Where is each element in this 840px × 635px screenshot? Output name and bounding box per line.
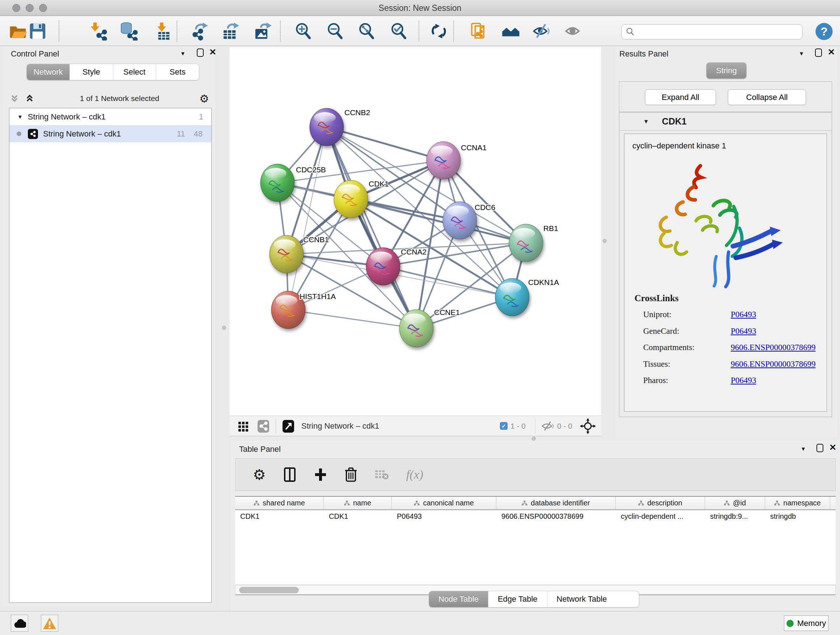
network-node-CCNE1[interactable]	[399, 310, 433, 347]
tab-node-table[interactable]: Node Table	[429, 591, 488, 607]
column-header-namespace[interactable]: namespace	[765, 497, 830, 509]
zoom-in-icon	[294, 22, 313, 41]
network-node-CCNA1[interactable]	[426, 141, 461, 179]
open-session-button[interactable]	[8, 21, 28, 42]
network-options-gear-icon[interactable]: ⚙	[199, 92, 209, 105]
control-panel-collapse-icon[interactable]: ▼	[180, 50, 186, 57]
network-collection-row[interactable]: ▼ String Network – cdk1 1	[9, 108, 211, 125]
help-button[interactable]: ?	[815, 22, 834, 41]
zoom-in-button[interactable]	[293, 21, 313, 42]
grid-view-icon[interactable]	[237, 420, 249, 432]
column-type-icon	[638, 500, 644, 506]
import-network-from-database-button[interactable]	[118, 21, 139, 42]
tab-string[interactable]: String	[706, 63, 746, 79]
tab-style[interactable]: Style	[70, 64, 113, 80]
export-network-button[interactable]	[189, 21, 210, 42]
network-label: String Network – cdk1	[43, 129, 121, 139]
selected-indicator-checkbox[interactable]: ✓	[500, 422, 508, 430]
hide-graphics-details-button[interactable]	[531, 21, 552, 42]
table-row[interactable]: CDK1CDK1P064939606.ENSP00000378699cyclin…	[235, 510, 836, 524]
tab-select[interactable]: Select	[113, 64, 156, 80]
zoom-out-button[interactable]	[325, 21, 345, 42]
export-table-button[interactable]	[220, 21, 240, 42]
column-header-shared-name[interactable]: shared name	[235, 497, 324, 509]
cloud-status-button[interactable]	[11, 615, 28, 632]
crosslink-link[interactable]: P06493	[731, 326, 756, 336]
clone-network-view-button[interactable]	[469, 21, 489, 42]
scrollbar-thumb[interactable]	[239, 587, 299, 593]
network-icon	[28, 129, 38, 139]
node-section-header[interactable]: ▼ CDK1	[619, 112, 832, 131]
expand-all-networks-icon[interactable]	[9, 93, 19, 104]
bottom-splitter-grip[interactable]	[532, 437, 536, 440]
import-network-icon	[88, 22, 107, 41]
warnings-button[interactable]	[41, 615, 58, 632]
node-label-CCNB1: CCNB1	[303, 235, 329, 244]
crosslink-link[interactable]: 9606.ENSP00000378699	[731, 343, 816, 352]
network-node-CDC6[interactable]	[443, 202, 477, 239]
statusbar-separator	[276, 419, 276, 433]
crosslink-label: GeneCard:	[643, 326, 679, 336]
fit-content-button[interactable]	[356, 21, 377, 42]
control-panel-float-icon[interactable]	[197, 49, 204, 57]
refresh-view-button[interactable]	[429, 21, 449, 42]
table-options-gear-icon[interactable]: ⚙	[253, 466, 266, 483]
node-section-expand-icon[interactable]: ▼	[643, 119, 649, 125]
tab-edge-table[interactable]: Edge Table	[488, 591, 547, 607]
crosslink-link[interactable]: P06493	[731, 310, 756, 319]
show-columns-icon[interactable]	[283, 467, 296, 483]
collection-expand-icon[interactable]: ▼	[17, 114, 23, 120]
table-panel-float-icon[interactable]	[816, 444, 823, 452]
birds-eye-view-icon[interactable]	[579, 418, 596, 434]
column-header-@id[interactable]: @id	[705, 497, 765, 509]
table-panel-collapse-icon[interactable]: ▼	[801, 446, 806, 452]
detach-view-icon[interactable]	[282, 419, 295, 433]
table-panel-close-icon[interactable]: ✕	[829, 443, 836, 451]
hidden-eye-icon[interactable]	[541, 421, 554, 431]
delete-column-trash-icon[interactable]	[345, 467, 357, 482]
expand-all-button[interactable]: Expand All	[645, 89, 716, 105]
collapse-all-button[interactable]: Collapse All	[728, 89, 806, 105]
graphics-details-disabled-button[interactable]	[564, 21, 584, 42]
export-image-button[interactable]	[253, 21, 273, 42]
network-node-RB1[interactable]	[509, 224, 543, 262]
save-session-button[interactable]	[27, 21, 48, 42]
tab-network[interactable]: Network	[27, 64, 70, 80]
results-panel-float-icon[interactable]	[815, 49, 822, 57]
network-node-CCNB1[interactable]	[270, 235, 303, 273]
crosslink-link[interactable]: P06493	[731, 376, 756, 385]
crosslink-row: Pharos:P06493	[643, 376, 668, 385]
results-panel-close-icon[interactable]: ✕	[828, 48, 835, 56]
control-panel-tabs: NetworkStyleSelectSets	[27, 64, 199, 80]
network-canvas[interactable]: CCNB2CCNA1CDC25BCDK1CDC6RB1CCNB1CCNA2CDK…	[229, 47, 601, 416]
memory-button[interactable]: Memory	[784, 616, 829, 631]
column-header-database-identifier[interactable]: database identifier	[496, 497, 616, 509]
control-panel-close-icon[interactable]: ✕	[209, 48, 216, 56]
column-header-name[interactable]: name	[324, 497, 392, 509]
collapse-all-networks-icon[interactable]	[25, 93, 35, 104]
network-node-CDKN1A[interactable]	[495, 279, 529, 316]
table-cell: stringdb:9...	[705, 510, 765, 524]
import-table-from-file-button[interactable]	[152, 21, 172, 42]
tab-sets[interactable]: Sets	[156, 64, 199, 80]
column-header-description[interactable]: description	[616, 497, 705, 509]
tab-network-table[interactable]: Network Table	[547, 591, 616, 607]
network-node-CDK1[interactable]	[334, 180, 368, 218]
crosslink-link[interactable]: 9606.ENSP00000378699	[731, 359, 816, 369]
create-column-icon[interactable]	[314, 467, 327, 482]
zoom-selected-button[interactable]	[388, 21, 409, 42]
results-panel-collapse-icon[interactable]: ▼	[799, 50, 804, 57]
column-header-canonical-name[interactable]: canonical name	[392, 497, 496, 509]
search-input[interactable]	[635, 27, 794, 36]
eye-slash-icon	[532, 22, 551, 41]
right-splitter-grip[interactable]	[603, 239, 607, 243]
network-row-selected[interactable]: String Network – cdk1 1148	[9, 125, 211, 142]
network-view-mode-icon[interactable]	[257, 419, 270, 433]
network-node-CCNB2[interactable]	[309, 108, 344, 146]
show-all-views-button[interactable]	[501, 21, 521, 42]
network-node-CDC25B[interactable]	[261, 164, 294, 202]
network-node-CCNA2[interactable]	[366, 248, 400, 285]
table-header-row: shared namenamecanonical namedatabase id…	[235, 497, 836, 510]
import-network-from-file-button[interactable]	[88, 21, 108, 42]
left-splitter-grip[interactable]	[222, 326, 226, 330]
